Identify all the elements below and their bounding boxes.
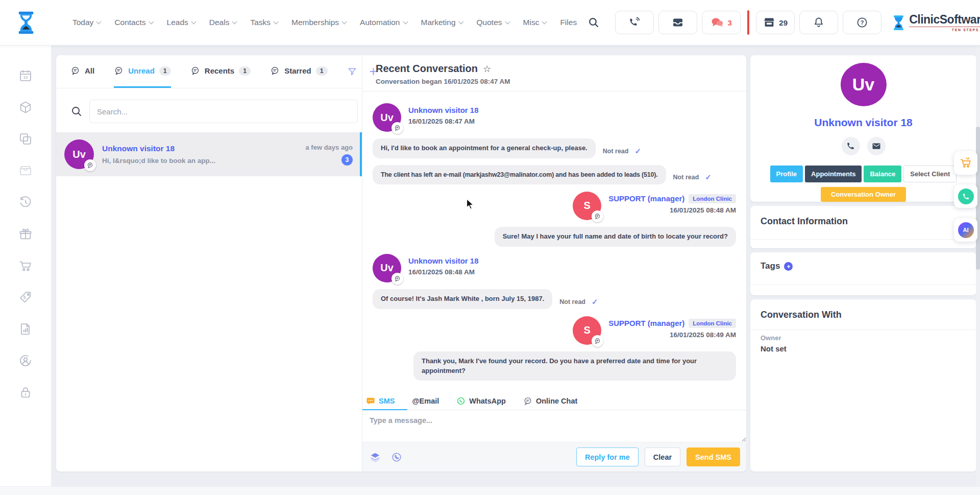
tab-recents[interactable]: Recents 1 — [190, 55, 251, 88]
messages-area: Uv Unknown visitor 18 16/01/2025 08:47 A… — [362, 91, 746, 392]
chat-notifications-button[interactable]: 3 — [702, 11, 741, 34]
calendar-icon[interactable]: 12 — [18, 68, 33, 83]
channel-sms[interactable]: SMS — [366, 396, 395, 406]
nav-misc[interactable]: Misc — [523, 18, 547, 27]
clear-button[interactable]: Clear — [645, 447, 680, 466]
history-icon[interactable] — [18, 195, 33, 209]
nav-tasks[interactable]: Tasks — [250, 18, 278, 27]
hourglass-logo-small-icon — [892, 15, 905, 31]
message-time: 16/01/2025 08:48 AM — [608, 206, 736, 214]
message-bubble: The client has left an e-mail (markjashw… — [373, 165, 666, 184]
read-status: Not read — [673, 174, 699, 181]
tags-card: Tags + — [750, 252, 976, 295]
main-nav: Today Contacts Leads Deals Tasks Members… — [72, 18, 577, 27]
page-scrollbar[interactable] — [976, 45, 980, 495]
chevron-down-icon — [542, 19, 547, 24]
conversation-owner-button[interactable]: Conversation Owner — [821, 187, 906, 202]
tab-starred[interactable]: Starred 1 — [270, 55, 327, 88]
star-icon[interactable]: ☆ — [483, 64, 491, 74]
divider — [750, 329, 976, 330]
reply-for-me-button[interactable]: Reply for me — [576, 447, 639, 466]
cart-icon[interactable] — [18, 258, 33, 273]
nav-deals[interactable]: Deals — [209, 18, 237, 27]
nav-leads[interactable]: Leads — [167, 18, 195, 27]
message-bubble: Hi, I'd like to book an appointment for … — [373, 138, 596, 158]
balance-button[interactable]: Balance — [864, 166, 901, 182]
conversation-with-title: Conversation With — [761, 310, 966, 320]
owner-value: Not set — [761, 344, 966, 353]
channel-tabs: SMS @Email WhatsApp Online Chat — [362, 392, 746, 410]
lock-icon[interactable] — [18, 385, 33, 399]
search-input[interactable] — [89, 100, 358, 123]
unread-badge: 3 — [341, 154, 353, 166]
clinicsoftware-logo[interactable]: ClinicSoftware.com TEN STEPS AHEAD — [892, 14, 980, 32]
inbox-button[interactable] — [658, 11, 697, 34]
sender-name[interactable]: Unknown visitor 18 — [408, 256, 479, 265]
notifications-button[interactable] — [799, 11, 838, 34]
bell-icon — [813, 16, 825, 29]
sender-name[interactable]: SUPPORT (manager) — [608, 194, 684, 203]
gift-icon[interactable] — [18, 227, 33, 241]
unread-count-pill: 1 — [159, 66, 171, 76]
client-name[interactable]: Unknown visitor 18 — [814, 116, 913, 129]
nav-quotes[interactable]: Quotes — [477, 18, 509, 27]
conversation-with-card: Conversation With Owner Not set — [750, 299, 976, 472]
select-client-button[interactable]: Select Client — [903, 166, 957, 182]
profile-button[interactable]: Profile — [770, 166, 803, 182]
nav-automation[interactable]: Automation — [360, 18, 407, 27]
quick-call-button[interactable] — [954, 184, 977, 208]
divider — [750, 239, 976, 240]
account-icon[interactable] — [18, 353, 33, 368]
filter-icon[interactable] — [347, 66, 357, 77]
conversation-tabs: All Unread 1 Recents 1 Starred 1 + — [56, 55, 362, 88]
cart-icon — [959, 156, 972, 170]
email-client-button[interactable] — [867, 137, 886, 155]
conversation-list-item[interactable]: Uv Unknown visitor 18 Hi, I&rsquo;d like… — [56, 132, 362, 176]
hourglass-logo-icon[interactable] — [16, 11, 36, 35]
store-button[interactable]: 29 — [756, 11, 795, 34]
nav-memberships[interactable]: Memberships — [291, 18, 346, 27]
cash-register-icon[interactable] — [18, 163, 33, 178]
sender-name[interactable]: SUPPORT (manager) — [608, 319, 684, 327]
channel-whatsapp[interactable]: WhatsApp — [456, 396, 506, 406]
tab-all[interactable]: All — [70, 55, 94, 88]
nav-contacts[interactable]: Contacts — [114, 18, 153, 27]
nav-marketing[interactable]: Marketing — [421, 18, 463, 27]
channel-online-chat[interactable]: Online Chat — [523, 396, 577, 406]
nav-files[interactable]: Files — [560, 18, 577, 27]
send-sms-button[interactable]: Send SMS — [687, 447, 740, 466]
nav-today[interactable]: Today — [72, 18, 101, 27]
call-client-button[interactable] — [842, 137, 860, 155]
store-icon — [763, 16, 775, 29]
chat-channel-badge-icon — [84, 159, 96, 171]
templates-icon[interactable] — [370, 452, 381, 463]
ai-assistant-button[interactable]: AI — [954, 218, 977, 242]
tab-unread[interactable]: Unread 1 — [114, 55, 171, 88]
package-icon[interactable] — [18, 100, 33, 114]
appointments-button[interactable]: Appointments — [805, 166, 862, 182]
phone-button[interactable] — [615, 11, 654, 34]
chat-channel-badge-icon — [592, 335, 603, 347]
whatsapp-outline-icon[interactable] — [391, 452, 402, 463]
message-time: 16/01/2025 08:48 AM — [408, 268, 479, 276]
add-tag-button[interactable]: + — [784, 262, 793, 271]
price-tag-icon[interactable]: $ — [18, 290, 33, 304]
search-icon — [70, 105, 83, 117]
conversation-began: Conversation began 16/01/2025 08:47 AM — [376, 78, 733, 85]
inbox-icon — [672, 16, 684, 29]
quick-cart-button[interactable] — [954, 151, 977, 175]
svg-text:?: ? — [861, 19, 864, 26]
brand-tagline: TEN STEPS AHEAD — [909, 27, 980, 32]
chat-pane: Recent Conversation ☆ Conversation began… — [362, 55, 746, 472]
message-input[interactable] — [362, 410, 746, 442]
page-title: Recent Conversation — [376, 63, 478, 75]
channel-email[interactable]: @Email — [412, 397, 439, 405]
clinic-badge: London Clinic — [689, 319, 736, 328]
report-icon[interactable] — [18, 322, 33, 336]
copy-icon[interactable] — [18, 132, 33, 146]
help-button[interactable]: ? — [843, 11, 881, 34]
sms-icon — [366, 396, 375, 406]
search-button[interactable] — [577, 11, 610, 34]
chat-channel-badge-icon — [391, 122, 403, 134]
sender-name[interactable]: Unknown visitor 18 — [408, 106, 479, 114]
